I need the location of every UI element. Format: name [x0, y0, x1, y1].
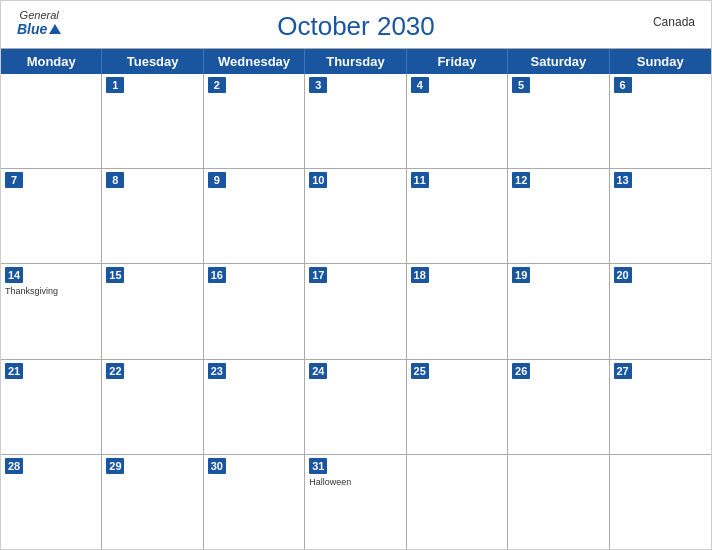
day-cell: 17 [305, 264, 406, 358]
day-header-wednesday: Wednesday [204, 49, 305, 74]
country-label: Canada [653, 15, 695, 29]
day-header-friday: Friday [407, 49, 508, 74]
day-cell: 14Thanksgiving [1, 264, 102, 358]
weeks-container: 1234567891011121314Thanksgiving151617181… [1, 74, 711, 549]
day-cell: 10 [305, 169, 406, 263]
day-number: 8 [106, 172, 124, 188]
day-cell: 1 [102, 74, 203, 168]
day-cell: 23 [204, 360, 305, 454]
day-cell: 2 [204, 74, 305, 168]
day-cell: 16 [204, 264, 305, 358]
logo-area: General Blue [17, 9, 61, 37]
calendar-title: October 2030 [277, 11, 435, 42]
day-cell: 7 [1, 169, 102, 263]
day-number: 14 [5, 267, 23, 283]
day-number: 9 [208, 172, 226, 188]
day-number: 20 [614, 267, 632, 283]
event-label: Thanksgiving [5, 286, 97, 296]
day-cell: 29 [102, 455, 203, 549]
day-number: 11 [411, 172, 429, 188]
day-number: 15 [106, 267, 124, 283]
day-cell: 19 [508, 264, 609, 358]
day-number [512, 458, 530, 474]
day-number: 28 [5, 458, 23, 474]
day-number: 27 [614, 363, 632, 379]
day-cell: 27 [610, 360, 711, 454]
day-headers-row: MondayTuesdayWednesdayThursdayFridaySatu… [1, 49, 711, 74]
week-row: 123456 [1, 74, 711, 169]
day-number: 12 [512, 172, 530, 188]
day-header-monday: Monday [1, 49, 102, 74]
logo-row: Blue [17, 21, 61, 37]
logo-general: General [20, 9, 59, 21]
day-cell [508, 455, 609, 549]
day-number: 29 [106, 458, 124, 474]
day-cell: 13 [610, 169, 711, 263]
day-number: 3 [309, 77, 327, 93]
day-number: 6 [614, 77, 632, 93]
day-number: 26 [512, 363, 530, 379]
day-cell: 12 [508, 169, 609, 263]
day-header-thursday: Thursday [305, 49, 406, 74]
day-number: 25 [411, 363, 429, 379]
day-number: 21 [5, 363, 23, 379]
day-number: 4 [411, 77, 429, 93]
day-number [411, 458, 429, 474]
week-row: 14Thanksgiving151617181920 [1, 264, 711, 359]
day-cell: 5 [508, 74, 609, 168]
day-cell: 26 [508, 360, 609, 454]
day-cell [1, 74, 102, 168]
week-row: 21222324252627 [1, 360, 711, 455]
day-number: 18 [411, 267, 429, 283]
day-cell: 8 [102, 169, 203, 263]
day-cell: 24 [305, 360, 406, 454]
day-cell: 20 [610, 264, 711, 358]
day-cell: 11 [407, 169, 508, 263]
day-header-tuesday: Tuesday [102, 49, 203, 74]
week-row: 28293031Halloween [1, 455, 711, 549]
day-cell: 6 [610, 74, 711, 168]
day-number: 31 [309, 458, 327, 474]
day-cell: 15 [102, 264, 203, 358]
logo-triangle-icon [49, 24, 61, 34]
calendar-header: General Blue October 2030 Canada [1, 1, 711, 48]
event-label: Halloween [309, 477, 401, 487]
day-cell: 3 [305, 74, 406, 168]
day-number: 17 [309, 267, 327, 283]
day-cell: 9 [204, 169, 305, 263]
day-number [614, 458, 632, 474]
calendar-container: General Blue October 2030 Canada MondayT… [0, 0, 712, 550]
day-cell: 18 [407, 264, 508, 358]
day-number: 24 [309, 363, 327, 379]
day-cell: 21 [1, 360, 102, 454]
day-number: 16 [208, 267, 226, 283]
day-cell [610, 455, 711, 549]
day-header-sunday: Sunday [610, 49, 711, 74]
day-number: 19 [512, 267, 530, 283]
day-number: 1 [106, 77, 124, 93]
day-cell: 25 [407, 360, 508, 454]
week-row: 78910111213 [1, 169, 711, 264]
day-header-saturday: Saturday [508, 49, 609, 74]
day-cell: 4 [407, 74, 508, 168]
day-number: 5 [512, 77, 530, 93]
day-number: 10 [309, 172, 327, 188]
day-number: 7 [5, 172, 23, 188]
day-number: 22 [106, 363, 124, 379]
day-number: 23 [208, 363, 226, 379]
day-number [5, 77, 23, 93]
day-cell: 22 [102, 360, 203, 454]
day-number: 13 [614, 172, 632, 188]
day-number: 2 [208, 77, 226, 93]
day-cell [407, 455, 508, 549]
calendar-grid: MondayTuesdayWednesdayThursdayFridaySatu… [1, 48, 711, 549]
day-cell: 30 [204, 455, 305, 549]
day-cell: 31Halloween [305, 455, 406, 549]
day-cell: 28 [1, 455, 102, 549]
logo-blue: Blue [17, 21, 47, 37]
day-number: 30 [208, 458, 226, 474]
